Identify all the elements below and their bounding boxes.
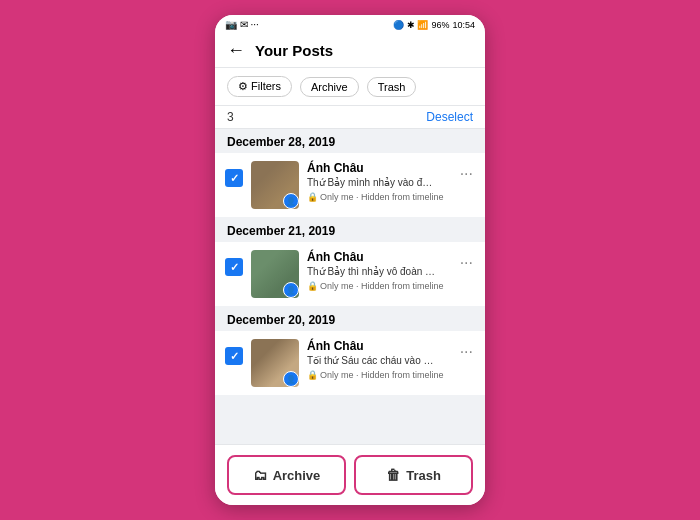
more-button-1[interactable]: ··· <box>458 165 475 183</box>
post-checkbox-3[interactable] <box>225 347 243 365</box>
avatar-badge-1 <box>283 193 299 209</box>
post-item-2[interactable]: Ánh Châu Thứ Bảy thì nhảy vô đoàn nhạc c… <box>215 242 485 307</box>
filter-bar: ⚙ Filters Archive Trash <box>215 68 485 106</box>
archive-action-button[interactable]: 🗂 Archive <box>227 455 346 495</box>
date-group-1: December 28, 2019 Ánh Châu Thứ Bảy mình … <box>215 129 485 218</box>
page-header: ← Your Posts <box>215 34 485 68</box>
deselect-button[interactable]: Deselect <box>426 110 473 124</box>
post-visibility-3: Only me · Hidden from timeline <box>320 370 444 380</box>
selected-count: 3 <box>227 110 234 124</box>
post-checkbox-1[interactable] <box>225 169 243 187</box>
date-group-3: December 20, 2019 Ánh Châu Tối thứ Sáu c… <box>215 307 485 396</box>
page-title: Your Posts <box>255 42 333 59</box>
date-label-2: December 21, 2019 <box>215 218 485 242</box>
post-thumbnail-3 <box>251 339 299 387</box>
post-author-3: Ánh Châu <box>307 339 450 353</box>
lock-icon-1: 🔒 <box>307 192 318 202</box>
post-item-3[interactable]: Ánh Châu Tối thứ Sáu các cháu vào đoàn n… <box>215 331 485 396</box>
status-left: 📷 ✉ ··· <box>225 19 259 30</box>
avatar-badge-3 <box>283 371 299 387</box>
post-meta-2: 🔒 Only me · Hidden from timeline <box>307 281 450 291</box>
post-item-1[interactable]: Ánh Châu Thứ Bảy mình nhảy vào đoàn nhạc… <box>215 153 485 218</box>
time-text: 10:54 <box>452 20 475 30</box>
post-meta-3: 🔒 Only me · Hidden from timeline <box>307 370 450 380</box>
post-visibility-2: Only me · Hidden from timeline <box>320 281 444 291</box>
post-text-1: Thứ Bảy mình nhảy vào đoàn nhạc rinh quà… <box>307 176 437 189</box>
filters-button[interactable]: ⚙ Filters <box>227 76 292 97</box>
more-button-2[interactable]: ··· <box>458 254 475 272</box>
date-group-2: December 21, 2019 Ánh Châu Thứ Bảy thì n… <box>215 218 485 307</box>
post-content-1: Ánh Châu Thứ Bảy mình nhảy vào đoàn nhạc… <box>307 161 450 202</box>
posts-list: December 28, 2019 Ánh Châu Thứ Bảy mình … <box>215 129 485 444</box>
post-thumbnail-2 <box>251 250 299 298</box>
post-author-1: Ánh Châu <box>307 161 450 175</box>
status-bar: 📷 ✉ ··· 🔵 ✱ 📶 96% 10:54 <box>215 15 485 34</box>
status-right: 🔵 ✱ 📶 96% 10:54 <box>393 20 475 30</box>
trash-filter-button[interactable]: Trash <box>367 77 417 97</box>
post-author-2: Ánh Châu <box>307 250 450 264</box>
date-label-1: December 28, 2019 <box>215 129 485 153</box>
more-button-3[interactable]: ··· <box>458 343 475 361</box>
back-button[interactable]: ← <box>227 40 245 61</box>
post-thumbnail-1 <box>251 161 299 209</box>
post-text-2: Thứ Bảy thì nhảy vô đoàn nhạc chứ ngủ gì… <box>307 265 437 278</box>
archive-action-label: Archive <box>273 468 321 483</box>
lock-icon-3: 🔒 <box>307 370 318 380</box>
trash-action-button[interactable]: 🗑 Trash <box>354 455 473 495</box>
post-text-3: Tối thứ Sáu các cháu vào đoàn nhạc cho m… <box>307 354 437 367</box>
archive-filter-button[interactable]: Archive <box>300 77 359 97</box>
post-meta-1: 🔒 Only me · Hidden from timeline <box>307 192 450 202</box>
phone-frame: 📷 ✉ ··· 🔵 ✱ 📶 96% 10:54 ← Your Posts ⚙ F… <box>215 15 485 505</box>
bottom-actions: 🗂 Archive 🗑 Trash <box>215 444 485 505</box>
signal-icon: 🔵 ✱ 📶 <box>393 20 428 30</box>
post-checkbox-2[interactable] <box>225 258 243 276</box>
post-content-3: Ánh Châu Tối thứ Sáu các cháu vào đoàn n… <box>307 339 450 380</box>
post-visibility-1: Only me · Hidden from timeline <box>320 192 444 202</box>
lock-icon-2: 🔒 <box>307 281 318 291</box>
count-bar: 3 Deselect <box>215 106 485 129</box>
status-icons: 📷 ✉ ··· <box>225 19 259 30</box>
battery-text: 96% <box>431 20 449 30</box>
trash-icon: 🗑 <box>386 467 400 483</box>
archive-icon: 🗂 <box>253 467 267 483</box>
avatar-badge-2 <box>283 282 299 298</box>
trash-action-label: Trash <box>406 468 441 483</box>
post-content-2: Ánh Châu Thứ Bảy thì nhảy vô đoàn nhạc c… <box>307 250 450 291</box>
date-label-3: December 20, 2019 <box>215 307 485 331</box>
